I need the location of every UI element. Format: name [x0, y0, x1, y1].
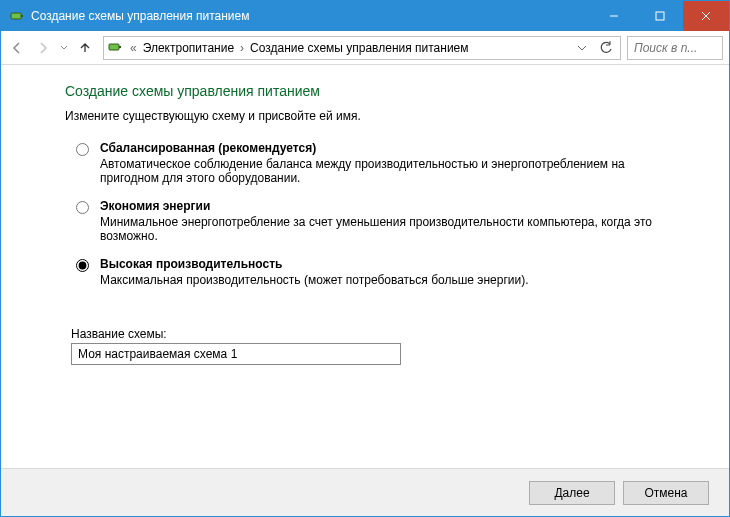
- plan-name-label: Название схемы:: [71, 327, 701, 341]
- crumb-prefix: «: [130, 41, 137, 55]
- page-instruction: Измените существующую схему и присвойте …: [65, 109, 701, 123]
- titlebar: Создание схемы управления питанием: [1, 1, 729, 31]
- option-label[interactable]: Экономия энергии: [100, 199, 701, 213]
- maximize-icon: [655, 11, 665, 21]
- address-dropdown-button[interactable]: [572, 38, 592, 58]
- search-input[interactable]: [627, 36, 723, 60]
- option-label[interactable]: Сбалансированная (рекомендуется): [100, 141, 701, 155]
- radio-high-performance[interactable]: [76, 259, 89, 272]
- address-bar[interactable]: « Электропитание › Создание схемы управл…: [103, 36, 621, 60]
- svg-rect-3: [656, 12, 664, 20]
- option-description: Минимальное энергопотребление за счет ум…: [100, 215, 660, 243]
- svg-rect-6: [109, 44, 119, 50]
- forward-button[interactable]: [31, 36, 55, 60]
- cancel-button[interactable]: Отмена: [623, 481, 709, 505]
- window-frame: Создание схемы управления питанием: [0, 0, 730, 517]
- next-button[interactable]: Далее: [529, 481, 615, 505]
- arrow-up-icon: [78, 41, 92, 55]
- back-button[interactable]: [5, 36, 29, 60]
- nav-toolbar: « Электропитание › Создание схемы управл…: [1, 31, 729, 65]
- svg-rect-7: [119, 46, 121, 48]
- battery-icon: [9, 8, 25, 24]
- battery-icon: [108, 40, 124, 56]
- option-label[interactable]: Высокая производительность: [100, 257, 701, 271]
- option-description: Автоматическое соблюдение баланса между …: [100, 157, 660, 185]
- close-button[interactable]: [683, 1, 729, 31]
- option-balanced: Сбалансированная (рекомендуется) Автомат…: [65, 141, 701, 185]
- page-title: Создание схемы управления питанием: [65, 83, 701, 99]
- minimize-icon: [609, 11, 619, 21]
- close-icon: [701, 11, 711, 21]
- arrow-left-icon: [10, 41, 24, 55]
- svg-rect-0: [11, 13, 21, 19]
- chevron-down-icon: [577, 43, 587, 53]
- option-power-saver: Экономия энергии Минимальное энергопотре…: [65, 199, 701, 243]
- plan-name-input[interactable]: [71, 343, 401, 365]
- refresh-icon: [599, 41, 613, 55]
- option-high-performance: Высокая производительность Максимальная …: [65, 257, 701, 287]
- option-description: Максимальная производительность (может п…: [100, 273, 660, 287]
- footer-bar: Далее Отмена: [1, 468, 729, 516]
- plan-name-block: Название схемы:: [65, 327, 701, 365]
- radio-balanced[interactable]: [76, 143, 89, 156]
- breadcrumb-root[interactable]: Электропитание: [143, 41, 234, 55]
- chevron-down-icon: [60, 44, 68, 52]
- content-pane: Создание схемы управления питанием Измен…: [1, 65, 729, 468]
- maximize-button[interactable]: [637, 1, 683, 31]
- chevron-right-icon: ›: [240, 41, 244, 55]
- up-button[interactable]: [73, 36, 97, 60]
- minimize-button[interactable]: [591, 1, 637, 31]
- radio-power-saver[interactable]: [76, 201, 89, 214]
- svg-rect-1: [21, 15, 23, 17]
- recent-dropdown[interactable]: [57, 36, 71, 60]
- arrow-right-icon: [36, 41, 50, 55]
- refresh-button[interactable]: [596, 38, 616, 58]
- breadcrumb-current[interactable]: Создание схемы управления питанием: [250, 41, 468, 55]
- window-title: Создание схемы управления питанием: [31, 9, 249, 23]
